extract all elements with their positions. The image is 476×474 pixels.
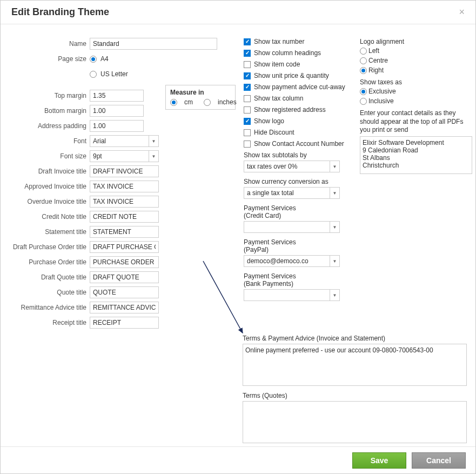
padding-label: Address padding — [11, 122, 90, 130]
name-label: Name — [11, 40, 90, 48]
measure-cm-radio[interactable] — [170, 99, 177, 106]
contactaccount-check[interactable] — [244, 141, 251, 148]
currency-select[interactable]: a single tax total▼ — [244, 187, 340, 199]
taxesas-exclusive-radio[interactable] — [360, 88, 367, 95]
taxesas-exclusive-label: Exclusive — [368, 88, 396, 95]
draftquote-label: Draft Quote title — [11, 273, 90, 281]
quoteterms-textarea[interactable] — [243, 401, 467, 443]
remittance-input[interactable] — [90, 302, 159, 313]
unitprice-check[interactable] — [244, 72, 251, 79]
edit-branding-modal: Edit Branding Theme × Name Page size A4 — [0, 0, 476, 474]
paycredit-label: Payment Services(Credit Card) — [244, 204, 354, 219]
taxnumber-label: Show tax number — [254, 38, 304, 45]
draftpo-input[interactable] — [90, 241, 159, 253]
chevron-down-icon: ▼ — [330, 161, 339, 172]
logo-check[interactable] — [244, 118, 251, 125]
chevron-down-icon: ▼ — [149, 136, 158, 146]
middle-column: Show tax number Show column headings Sho… — [241, 38, 354, 332]
columnheadings-check[interactable] — [244, 50, 251, 57]
fontsize-label: Font size — [11, 152, 90, 160]
overdueinvoice-input[interactable] — [90, 196, 159, 208]
statement-input[interactable] — [90, 226, 159, 238]
contact-hint: Enter your contact details as they shoul… — [360, 109, 468, 135]
columnheadings-label: Show column headings — [254, 49, 321, 57]
logoalign-centre-radio[interactable] — [360, 57, 367, 64]
itemcode-label: Show item code — [254, 61, 300, 68]
padding-input[interactable] — [90, 120, 144, 132]
measure-title: Measure in — [170, 89, 231, 96]
approvedinvoice-label: Approved Invoice title — [11, 183, 90, 190]
paypaypal-select[interactable]: democo@democo.co▼ — [244, 255, 340, 267]
left-column: Name Page size A4 US Letter Top margin — [11, 38, 241, 332]
quote-input[interactable] — [90, 286, 159, 298]
paycredit-select[interactable]: ▼ — [244, 221, 340, 233]
logoalign-left-radio[interactable] — [360, 48, 367, 55]
draftpo-label: Draft Purchase Order title — [11, 243, 90, 251]
taxcolumn-label: Show tax column — [254, 95, 303, 102]
regaddress-label: Show registered address — [254, 106, 326, 114]
taxnumber-check[interactable] — [244, 38, 251, 45]
topmargin-label: Top margin — [11, 92, 90, 99]
paybank-select[interactable]: ▼ — [244, 289, 340, 301]
pagesize-a4-label: A4 — [100, 55, 109, 63]
pagesize-usletter-radio[interactable] — [90, 71, 97, 78]
chevron-down-icon: ▼ — [330, 222, 339, 232]
paypaypal-label: Payment Services(PayPal) — [244, 238, 354, 253]
bottommargin-label: Bottom margin — [11, 107, 90, 115]
name-input[interactable] — [90, 38, 217, 50]
fontsize-value: 9pt — [93, 152, 102, 160]
logoalign-right-radio[interactable] — [360, 67, 367, 74]
measure-box: Measure in cm inches — [165, 85, 236, 110]
paymentadvice-label: Show payment advice cut-away — [254, 83, 345, 91]
po-input[interactable] — [90, 256, 159, 268]
po-label: Purchase Order title — [11, 258, 90, 266]
terms-label: Terms & Payment Advice (Invoice and Stat… — [243, 335, 467, 342]
unitprice-label: Show unit price & quantity — [254, 72, 329, 79]
modal-footer: Save Cancel — [1, 446, 475, 473]
close-icon[interactable]: × — [459, 6, 465, 18]
contactaccount-label: Show Contact Account Number — [254, 140, 344, 148]
terms-section: Terms & Payment Advice (Invoice and Stat… — [243, 332, 467, 445]
itemcode-check[interactable] — [244, 61, 251, 68]
topmargin-input[interactable] — [90, 90, 144, 102]
measure-cm-label: cm — [184, 98, 193, 106]
draftinvoice-input[interactable] — [90, 165, 159, 177]
quoteterms-label: Terms (Quotes) — [243, 392, 467, 399]
regaddress-check[interactable] — [244, 106, 251, 114]
taxesas-inclusive-radio[interactable] — [360, 98, 367, 105]
save-button[interactable]: Save — [352, 452, 406, 469]
contact-textarea[interactable] — [360, 136, 472, 174]
terms-textarea[interactable] — [243, 344, 467, 386]
font-label: Font — [11, 137, 90, 145]
draftquote-input[interactable] — [90, 271, 159, 283]
font-select[interactable]: Arial ▼ — [90, 135, 159, 147]
modal-header: Edit Branding Theme × — [1, 1, 475, 24]
subtotals-select[interactable]: tax rates over 0%▼ — [244, 161, 340, 172]
chevron-down-icon: ▼ — [149, 151, 158, 162]
receipt-input[interactable] — [90, 317, 159, 329]
subtotals-label: Show tax subtotals by — [244, 151, 354, 159]
approvedinvoice-input[interactable] — [90, 181, 159, 192]
overdueinvoice-label: Overdue Invoice title — [11, 198, 90, 205]
taxesas-inclusive-label: Inclusive — [368, 97, 394, 105]
taxesas-label: Show taxes as — [360, 78, 468, 86]
receipt-label: Receipt title — [11, 319, 90, 326]
taxcolumn-check[interactable] — [244, 95, 251, 102]
chevron-down-icon: ▼ — [330, 256, 339, 266]
paybank-label: Payment Services(Bank Payments) — [244, 272, 354, 288]
hidediscount-check[interactable] — [244, 129, 251, 136]
fontsize-select[interactable]: 9pt ▼ — [90, 150, 159, 162]
pagesize-label: Page size — [11, 55, 90, 63]
font-value: Arial — [93, 137, 106, 145]
logoalign-right-label: Right — [368, 66, 384, 74]
logoalign-left-label: Left — [368, 47, 379, 55]
logoalign-centre-label: Centre — [368, 57, 388, 64]
bottommargin-input[interactable] — [90, 105, 144, 117]
pagesize-a4-radio[interactable] — [90, 56, 97, 63]
measure-inches-radio[interactable] — [204, 99, 211, 106]
creditnote-input[interactable] — [90, 211, 159, 223]
cancel-button[interactable]: Cancel — [412, 452, 466, 469]
paymentadvice-check[interactable] — [244, 84, 251, 91]
chevron-down-icon: ▼ — [330, 290, 339, 301]
hidediscount-label: Hide Discount — [254, 129, 294, 136]
